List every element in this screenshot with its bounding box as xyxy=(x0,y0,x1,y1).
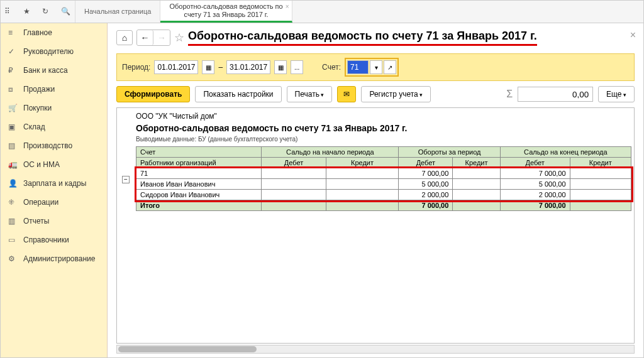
th-debit: Дебет xyxy=(500,158,570,168)
tree-collapse-icon[interactable]: − xyxy=(122,176,130,183)
account-open-icon[interactable]: ↗ xyxy=(384,60,396,74)
sidebar-label: Зарплата и кадры xyxy=(23,179,86,188)
sum-input[interactable] xyxy=(518,87,593,102)
history-icon[interactable]: ↻ xyxy=(42,7,52,17)
table-total-row: Итого 7 000,00 7 000,00 xyxy=(136,200,631,211)
forward-button[interactable]: → xyxy=(153,30,170,45)
sidebar-label: Руководителю xyxy=(23,47,74,56)
dash: – xyxy=(218,63,223,72)
sidebar-label: Администрирование xyxy=(23,254,95,263)
sidebar-item-admin[interactable]: ⚙Администрирование xyxy=(1,249,107,268)
sidebar-label: Склад xyxy=(23,122,45,131)
favorite-icon[interactable]: ☆ xyxy=(174,31,184,45)
horizontal-scrollbar[interactable] xyxy=(116,345,635,354)
cell-total-end-debit: 7 000,00 xyxy=(500,200,570,211)
report-title: Оборотно-сальдовая ведомость по счету 71… xyxy=(136,122,631,134)
cell-end-debit: 5 000,00 xyxy=(500,179,570,190)
sidebar-item-reports[interactable]: ▥Отчеты xyxy=(1,212,107,231)
sidebar: ≡Главное ✓Руководителю ₽Банк и касса ⧈Пр… xyxy=(1,23,108,357)
top-bar: ⠿ ★ ↻ 🔍 Начальная страница Оборотно-саль… xyxy=(1,1,643,23)
sidebar-item-salary[interactable]: 👤Зарплата и кадры xyxy=(1,174,107,193)
close-page-icon[interactable]: × xyxy=(630,30,636,41)
toolbar: Сформировать Показать настройки Печать ✉… xyxy=(116,86,635,102)
sidebar-label: Главное xyxy=(23,28,52,37)
date-to-input[interactable] xyxy=(226,60,270,74)
th-subconto: Работники организаций xyxy=(136,158,262,168)
th-debit: Дебет xyxy=(262,158,326,168)
cell-total-label: Итого xyxy=(136,200,262,211)
truck-icon: 🚛 xyxy=(8,160,17,169)
more-button[interactable]: Еще xyxy=(598,86,635,102)
sidebar-item-sales[interactable]: ⧈Продажи xyxy=(1,80,107,99)
search-icon[interactable]: 🔍 xyxy=(61,7,71,17)
cell-name: 71 xyxy=(136,168,262,179)
form-button[interactable]: Сформировать xyxy=(116,86,190,102)
th-credit: Кредит xyxy=(453,158,500,168)
th-credit: Кредит xyxy=(570,158,631,168)
cell-turn-debit: 7 000,00 xyxy=(399,168,453,179)
gear-icon: ⚙ xyxy=(8,254,17,263)
star-icon[interactable]: ★ xyxy=(23,7,33,17)
sidebar-item-assets[interactable]: 🚛ОС и НМА xyxy=(1,155,107,174)
cell-name: Иванов Иван Иванович xyxy=(136,179,262,190)
tab-home[interactable]: Начальная страница xyxy=(75,1,160,23)
calendar-to-icon[interactable]: ▦ xyxy=(274,60,287,74)
date-from-input[interactable] xyxy=(154,60,198,74)
period-label: Период: xyxy=(122,63,150,72)
topbar-icon-group: ⠿ ★ ↻ 🔍 xyxy=(1,1,75,23)
sidebar-item-bank[interactable]: ₽Банк и касса xyxy=(1,61,107,80)
sidebar-label: Операции xyxy=(23,198,58,207)
th-account: Счет xyxy=(136,147,262,158)
th-begin: Сальдо на начало периода xyxy=(262,147,399,158)
menu-icon: ≡ xyxy=(8,28,17,37)
chart-icon: ✓ xyxy=(8,47,17,56)
sidebar-item-main[interactable]: ≡Главное xyxy=(1,23,107,42)
back-button[interactable]: ← xyxy=(137,30,153,45)
tab-label-line2: счету 71 за Январь 2017 г. xyxy=(169,11,282,19)
table-row[interactable]: Сидоров Иван Иванович 2 000,00 2 000,00 xyxy=(136,190,631,200)
settings-button[interactable]: Показать настройки xyxy=(195,86,281,102)
cell-total-turn-debit: 7 000,00 xyxy=(399,200,453,211)
close-icon[interactable]: × xyxy=(286,3,289,11)
sidebar-label: Продажи xyxy=(23,85,55,94)
account-input[interactable] xyxy=(347,60,369,74)
report-org: ООО "УК "Чистый дом" xyxy=(136,111,631,122)
home-button[interactable]: ⌂ xyxy=(116,30,133,45)
sidebar-item-operations[interactable]: ⁜Операции xyxy=(1,193,107,212)
sidebar-item-manager[interactable]: ✓Руководителю xyxy=(1,42,107,61)
table-row[interactable]: Иванов Иван Иванович 5 000,00 5 000,00 xyxy=(136,179,631,190)
sidebar-label: Банк и касса xyxy=(23,66,68,75)
table-row[interactable]: 71 7 000,00 7 000,00 xyxy=(136,168,631,179)
th-debit: Дебет xyxy=(399,158,453,168)
sidebar-item-warehouse[interactable]: ▣Склад xyxy=(1,117,107,136)
account-dropdown-icon[interactable]: ▾ xyxy=(370,60,382,74)
sidebar-label: Отчеты xyxy=(23,217,49,225)
cell-turn-debit: 2 000,00 xyxy=(399,190,453,200)
period-picker-button[interactable]: ... xyxy=(291,60,303,74)
th-credit: Кредит xyxy=(326,158,399,168)
book-icon: ▭ xyxy=(8,236,17,244)
cell-turn-debit: 5 000,00 xyxy=(399,179,453,190)
user-icon: 👤 xyxy=(8,179,17,188)
factory-icon: ▤ xyxy=(8,141,17,150)
cell-name: Сидоров Иван Иванович xyxy=(136,190,262,200)
ops-icon: ⁜ xyxy=(8,198,17,207)
report-meta: Выводимые данные: БУ (данные бухгалтерск… xyxy=(136,134,631,146)
tab-label-line1: Оборотно-сальдовая ведомость по xyxy=(169,3,282,11)
report-area: ООО "УК "Чистый дом" Оборотно-сальдовая … xyxy=(116,107,635,344)
print-button[interactable]: Печать xyxy=(287,86,333,102)
sidebar-item-purchase[interactable]: 🛒Покупки xyxy=(1,99,107,117)
tab-report[interactable]: Оборотно-сальдовая ведомость по счету 71… xyxy=(160,1,292,23)
report-table: Счет Сальдо на начало периода Обороты за… xyxy=(136,146,631,211)
cart-icon: 🛒 xyxy=(8,104,17,112)
period-bar: Период: ▦ – ▦ ... Счет: ▾ ↗ xyxy=(116,53,635,81)
sidebar-item-catalogs[interactable]: ▭Справочники xyxy=(1,231,107,249)
sigma-icon: Σ xyxy=(506,89,513,100)
calendar-from-icon[interactable]: ▦ xyxy=(202,60,214,74)
box-icon: ▣ xyxy=(8,122,17,131)
mail-button[interactable]: ✉ xyxy=(337,86,356,102)
account-label: Счет: xyxy=(322,63,341,72)
sidebar-item-production[interactable]: ▤Производство xyxy=(1,136,107,155)
apps-icon[interactable]: ⠿ xyxy=(4,7,14,17)
register-button[interactable]: Регистр учета xyxy=(361,86,431,102)
